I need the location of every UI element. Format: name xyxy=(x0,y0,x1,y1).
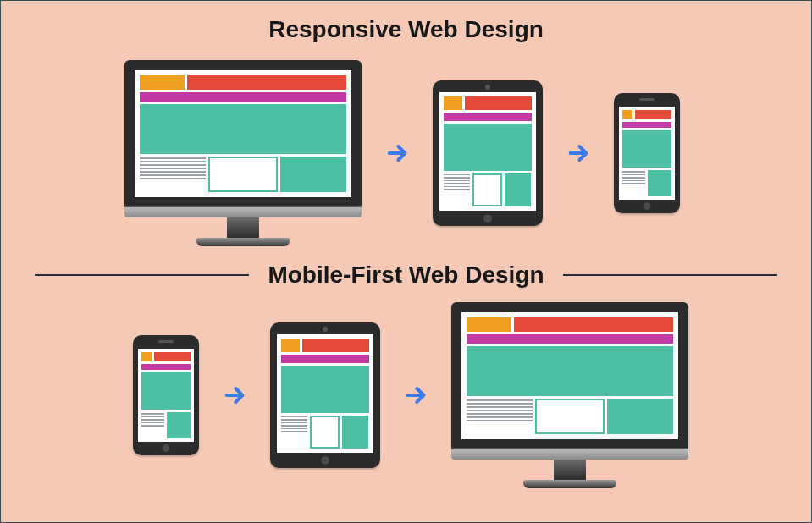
nav-block xyxy=(140,92,346,102)
tablet-device xyxy=(433,80,543,226)
mobile-first-flow xyxy=(1,294,811,497)
banner-block xyxy=(635,110,671,119)
page-layout xyxy=(444,96,532,206)
outline-box xyxy=(310,416,340,449)
tablet-body xyxy=(270,322,380,468)
arrow-right-icon xyxy=(380,382,451,409)
speaker-icon xyxy=(158,340,174,343)
content-box xyxy=(505,173,531,206)
logo-block xyxy=(281,339,301,352)
nav-block xyxy=(622,122,671,128)
phone-screen xyxy=(138,349,194,442)
responsive-title: Responsive Web Design xyxy=(1,1,811,52)
nav-block xyxy=(141,364,191,370)
text-column xyxy=(622,170,646,196)
desktop-screen xyxy=(135,70,351,197)
desktop-bezel xyxy=(451,302,688,449)
desktop-screen xyxy=(461,312,678,439)
text-column xyxy=(444,173,470,206)
hero-block xyxy=(141,372,191,410)
content-columns xyxy=(141,412,191,438)
banner-block xyxy=(187,75,345,90)
phone-screen xyxy=(619,107,675,200)
monitor-foot xyxy=(523,480,616,488)
text-column xyxy=(140,157,206,192)
monitor-chin xyxy=(451,449,688,460)
tablet-body xyxy=(433,80,543,226)
hero-block xyxy=(281,366,369,413)
mobile-first-section xyxy=(1,294,811,497)
desktop-device xyxy=(124,60,362,246)
logo-block xyxy=(622,110,633,119)
outline-box xyxy=(472,173,502,206)
content-box xyxy=(607,399,673,434)
page-layout xyxy=(140,75,346,192)
content-box xyxy=(648,170,671,196)
nav-block xyxy=(281,355,369,363)
text-column xyxy=(467,399,533,434)
nav-block xyxy=(444,113,532,121)
banner-block xyxy=(514,317,672,332)
desktop-bezel xyxy=(124,60,362,207)
tablet-screen xyxy=(277,334,373,453)
content-columns xyxy=(622,170,671,196)
speaker-icon xyxy=(639,98,655,101)
header-row xyxy=(140,75,346,90)
logo-block xyxy=(444,96,463,110)
page-layout xyxy=(622,110,671,196)
header-row xyxy=(141,352,191,361)
content-columns xyxy=(140,157,346,192)
content-box xyxy=(280,157,346,192)
text-column xyxy=(281,416,307,449)
header-row xyxy=(622,110,671,119)
section-divider: Mobile-First Web Design xyxy=(1,262,811,289)
text-column xyxy=(141,412,165,438)
header-row xyxy=(467,317,673,332)
monitor-chin xyxy=(124,207,362,217)
phone-body xyxy=(614,93,680,213)
camera-icon xyxy=(323,327,328,332)
banner-block xyxy=(465,96,531,110)
phone-device xyxy=(133,335,199,455)
arrow-right-icon xyxy=(543,140,614,167)
responsive-flow xyxy=(1,52,811,255)
monitor-neck xyxy=(227,217,259,238)
arrow-right-icon xyxy=(199,382,270,409)
hero-block xyxy=(444,124,532,171)
tablet-screen xyxy=(439,92,536,211)
phone-device xyxy=(614,93,680,213)
hero-block xyxy=(622,130,671,168)
content-columns xyxy=(444,173,532,206)
home-button-icon xyxy=(162,444,169,452)
outline-box xyxy=(535,399,605,434)
monitor-neck xyxy=(554,460,586,480)
arrow-right-icon xyxy=(362,140,433,167)
divider-line xyxy=(563,274,777,276)
responsive-section: Responsive Web Design xyxy=(1,1,811,255)
hero-block xyxy=(140,104,346,155)
mobile-first-title: Mobile-First Web Design xyxy=(249,262,562,289)
outline-box xyxy=(208,157,278,192)
camera-icon xyxy=(485,85,490,90)
home-button-icon xyxy=(483,214,492,223)
banner-block xyxy=(154,352,190,361)
home-button-icon xyxy=(643,202,650,210)
logo-block xyxy=(467,317,512,332)
banner-block xyxy=(302,339,368,352)
page-layout xyxy=(467,317,673,434)
content-columns xyxy=(467,399,673,434)
logo-block xyxy=(141,352,152,361)
hero-block xyxy=(467,346,673,397)
page-layout xyxy=(141,352,191,438)
nav-block xyxy=(467,334,673,344)
logo-block xyxy=(140,75,185,90)
content-box xyxy=(167,412,191,438)
content-box xyxy=(342,416,368,449)
header-row xyxy=(281,339,369,352)
page-layout xyxy=(281,339,369,449)
divider-line xyxy=(35,274,249,276)
content-columns xyxy=(281,416,369,449)
monitor-foot xyxy=(196,238,290,246)
home-button-icon xyxy=(321,456,329,465)
header-row xyxy=(444,96,532,110)
